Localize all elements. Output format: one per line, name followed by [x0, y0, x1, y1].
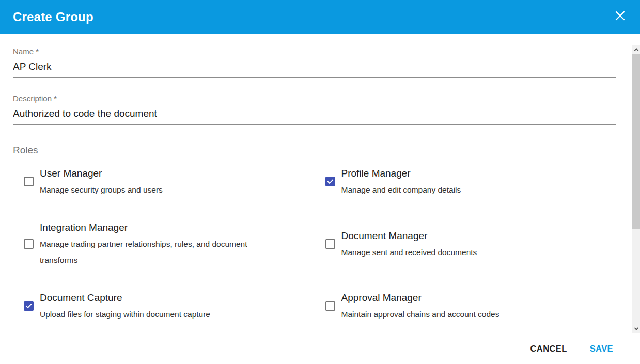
close-icon	[615, 10, 626, 23]
role-item-document-capture: Document Capture Upload files for stagin…	[13, 290, 315, 322]
role-title: User Manager	[40, 165, 163, 182]
role-checkbox[interactable]	[325, 239, 335, 249]
role-title: Approval Manager	[341, 290, 499, 306]
description-input[interactable]	[13, 108, 616, 125]
role-description: Maintain approval chains and account cod…	[341, 306, 499, 322]
name-label: Name *	[13, 46, 616, 57]
role-item-user-manager: User Manager Manage security groups and …	[13, 165, 315, 198]
dialog-footer: CANCEL SAVE	[0, 333, 640, 364]
chevron-up-icon	[634, 48, 638, 52]
role-checkbox[interactable]	[325, 301, 335, 311]
role-text: Document Capture Upload files for stagin…	[40, 290, 210, 322]
roles-grid: User Manager Manage security groups and …	[13, 165, 616, 333]
role-description: Manage trading partner relationships, ru…	[40, 236, 282, 268]
dialog-title: Create Group	[13, 10, 93, 24]
checkmark-icon	[25, 302, 33, 310]
scroll-up-button[interactable]	[632, 45, 640, 54]
role-checkbox[interactable]	[24, 239, 34, 249]
save-button[interactable]: SAVE	[582, 339, 621, 359]
role-text: User Manager Manage security groups and …	[40, 165, 163, 198]
role-description: Upload files for staging within document…	[40, 306, 210, 322]
role-title: Profile Manager	[341, 165, 461, 182]
description-label: Description *	[13, 93, 616, 104]
chevron-down-icon	[634, 326, 638, 330]
role-title: Document Manager	[341, 228, 477, 244]
scroll-down-button[interactable]	[632, 325, 640, 333]
role-item-document-manager: Document Manager Manage sent and receive…	[315, 219, 616, 268]
role-text: Integration Manager Manage trading partn…	[40, 219, 282, 268]
roles-section-label: Roles	[13, 144, 616, 157]
role-item-integration-manager: Integration Manager Manage trading partn…	[13, 219, 315, 268]
dialog-header: Create Group	[0, 0, 640, 34]
role-title: Document Capture	[40, 290, 210, 306]
role-text: Approval Manager Maintain approval chain…	[341, 290, 499, 322]
role-description: Manage sent and received documents	[341, 244, 477, 260]
scrollbar-thumb[interactable]	[632, 54, 640, 229]
description-field-group: Description *	[13, 93, 616, 125]
role-checkbox[interactable]	[24, 301, 34, 311]
role-checkbox[interactable]	[24, 177, 34, 186]
name-field-group: Name *	[13, 46, 616, 78]
role-item-profile-manager: Profile Manager Manage and edit company …	[315, 165, 616, 198]
role-text: Profile Manager Manage and edit company …	[341, 165, 461, 198]
checkmark-icon	[326, 178, 334, 185]
role-item-approval-manager: Approval Manager Maintain approval chain…	[315, 290, 616, 322]
role-description: Manage and edit company details	[341, 182, 461, 198]
role-checkbox[interactable]	[325, 177, 335, 186]
role-description: Manage security groups and users	[40, 182, 163, 198]
role-text: Document Manager Manage sent and receive…	[341, 228, 477, 260]
vertical-scrollbar[interactable]	[632, 45, 640, 333]
dialog-body: Name * Description * Roles User Manager …	[0, 45, 632, 333]
name-input[interactable]	[13, 61, 616, 78]
cancel-button[interactable]: CANCEL	[522, 339, 575, 359]
role-title: Integration Manager	[40, 219, 282, 236]
close-button[interactable]	[611, 8, 629, 26]
